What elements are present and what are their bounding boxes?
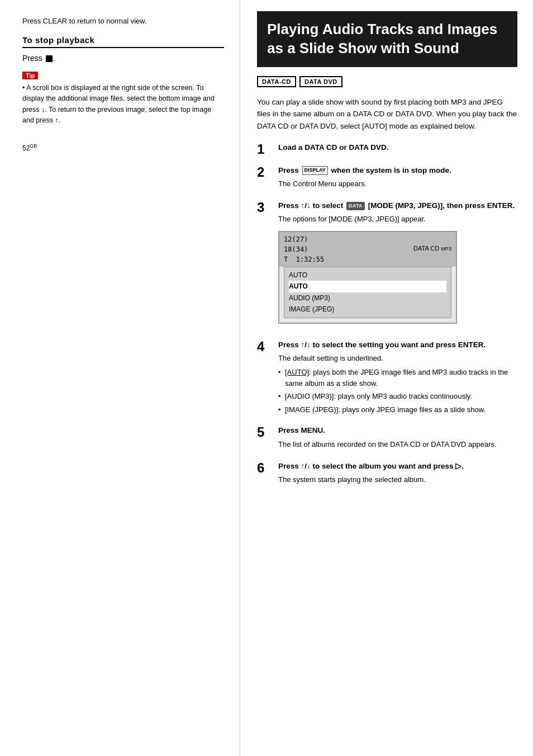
- left-column: Press CLEAR to return to normal view. To…: [0, 0, 240, 756]
- step-3: 3 Press ↑/↓ to select DATA [MODE (MP3, J…: [257, 200, 517, 332]
- tip-box: Tip • A scroll box is displayed at the r…: [22, 70, 224, 126]
- step-4-num: 4: [257, 339, 273, 417]
- step-1-heading: Load a DATA CD or DATA DVD.: [278, 142, 517, 153]
- step-5-body: The list of albums recorded on the DATA …: [278, 439, 517, 450]
- step-2-content: Press DISPLAY when the system is in stop…: [278, 165, 517, 192]
- screen-menu-item-auto-label: AUTO: [289, 270, 446, 281]
- step-5-heading: Press MENU.: [278, 425, 517, 436]
- step-4: 4 Press ↑/↓ to select the setting you wa…: [257, 339, 517, 417]
- right-column: Playing Audio Tracks and Images as a Sli…: [240, 0, 533, 756]
- screen-line3: T 1:32:55: [284, 254, 324, 264]
- step-3-heading: Press ↑/↓ to select DATA [MODE (MP3, JPE…: [278, 200, 517, 211]
- bullet-image: [IMAGE (JPEG)]: plays only JPEG image fi…: [278, 404, 517, 415]
- tip-text: • A scroll box is displayed at the right…: [22, 83, 224, 126]
- step-1: 1 Load a DATA CD or DATA DVD.: [257, 142, 517, 157]
- press-stop-text: Press .: [22, 54, 224, 63]
- page: Press CLEAR to return to normal view. To…: [0, 0, 533, 756]
- step-1-num: 1: [257, 142, 273, 157]
- badge-data-dvd: DATA DVD: [299, 76, 342, 87]
- step-3-content: Press ↑/↓ to select DATA [MODE (MP3, JPE…: [278, 200, 517, 332]
- stop-playback-heading: To stop playback: [22, 35, 224, 48]
- press-label: Press: [22, 54, 42, 63]
- step-2-heading: Press DISPLAY when the system is in stop…: [278, 165, 517, 176]
- badge-data-cd: DATA-CD: [257, 76, 296, 87]
- screen-top: 12(27) 18(34) T 1:32:55 DATA CD MP3: [279, 232, 456, 267]
- display-button-icon: DISPLAY: [302, 166, 328, 175]
- step-2-body: The Control Menu appears.: [278, 178, 517, 190]
- step-6-heading: Press ↑/↓ to select the album you want a…: [278, 461, 517, 472]
- step-4-content: Press ↑/↓ to select the setting you want…: [278, 339, 517, 417]
- bullet-auto: [AUTO]: plays both the JPEG image files …: [278, 367, 517, 389]
- main-title: Playing Audio Tracks and Images as a Sli…: [257, 11, 517, 67]
- screen-mockup: 12(27) 18(34) T 1:32:55 DATA CD MP3 AUTO: [278, 231, 457, 324]
- step-6-body: The system starts playing the selected a…: [278, 474, 517, 485]
- step-2: 2 Press DISPLAY when the system is in st…: [257, 165, 517, 192]
- screen-line1: 12(27): [284, 234, 324, 244]
- stop-icon: [46, 55, 53, 62]
- step-5: 5 Press MENU. The list of albums recorde…: [257, 425, 517, 452]
- step-4-heading: Press ↑/↓ to select the setting you want…: [278, 339, 517, 351]
- screen-menu-item-image: IMAGE (JPEG): [289, 304, 446, 315]
- step-5-content: Press MENU. The list of albums recorded …: [278, 425, 517, 452]
- screen-line2: 18(34): [284, 244, 324, 254]
- step-6-content: Press ↑/↓ to select the album you want a…: [278, 461, 517, 488]
- format-badges: DATA-CD DATA DVD: [257, 76, 517, 87]
- steps-list: 1 Load a DATA CD or DATA DVD. 2 Press DI…: [257, 142, 517, 488]
- screen-menu-item-auto: AUTO: [289, 281, 446, 292]
- press-clear-text: Press CLEAR to return to normal view.: [22, 17, 224, 25]
- step-2-num: 2: [257, 165, 273, 192]
- screen-menu: AUTO AUTO AUDIO (MP3) IMAGE (JPEG): [284, 267, 451, 318]
- step-4-body: The default setting is underlined. [AUTO…: [278, 353, 517, 415]
- screen-menu-item-audio: AUDIO (MP3): [289, 292, 446, 304]
- page-number: 52GB: [22, 143, 224, 152]
- bullet-audio: [AUDIO (MP3)]: plays only MP3 audio trac…: [278, 391, 517, 402]
- mode-icon: DATA: [346, 202, 365, 211]
- screen-data-cd-label: DATA CD MP3: [413, 234, 451, 253]
- step-4-bullets: [AUTO]: plays both the JPEG image files …: [278, 367, 517, 415]
- tip-label: Tip: [22, 72, 38, 79]
- step-6: 6 Press ↑/↓ to select the album you want…: [257, 461, 517, 488]
- step-6-num: 6: [257, 461, 273, 488]
- step-3-body: The options for [MODE (MP3, JPEG)] appea…: [278, 214, 517, 324]
- step-3-num: 3: [257, 200, 273, 332]
- step-1-content: Load a DATA CD or DATA DVD.: [278, 142, 517, 157]
- step-5-num: 5: [257, 425, 273, 452]
- screen-data-lines: 12(27) 18(34) T 1:32:55: [284, 234, 324, 264]
- intro-text: You can play a slide show with sound by …: [257, 96, 517, 133]
